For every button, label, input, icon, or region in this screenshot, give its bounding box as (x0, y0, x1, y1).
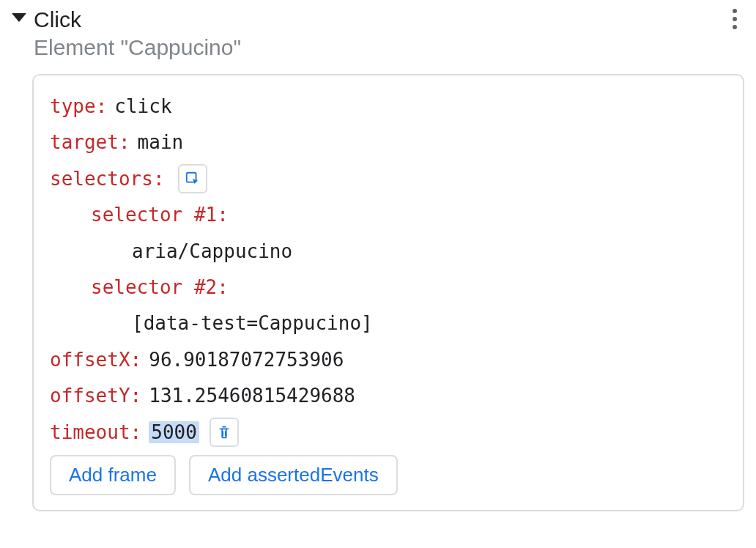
step-titles: Click Element "Cappucino" (34, 6, 241, 61)
trash-icon (216, 424, 232, 440)
step-header: Click Element "Cappucino" (12, 3, 744, 61)
field-timeout[interactable]: timeout: 5000 (50, 415, 727, 451)
field-selectors[interactable]: selectors: (50, 161, 727, 197)
disclosure-toggle[interactable] (12, 13, 26, 22)
field-value: main (138, 125, 184, 160)
add-asserted-events-button[interactable]: Add assertedEvents (189, 455, 398, 495)
field-value: 131.25460815429688 (149, 378, 355, 414)
field-value: 96.90187072753906 (149, 342, 344, 378)
field-offsety[interactable]: offsetY: 131.25460815429688 (50, 378, 727, 414)
timeout-value-highlight: 5000 (149, 421, 199, 443)
selector-2-label-row[interactable]: selector #2: (50, 270, 727, 306)
selector-value: [data-test=Cappucino] (132, 306, 373, 341)
field-key: target (50, 125, 119, 160)
step-subtitle: Element "Cappucino" (34, 34, 241, 62)
field-type[interactable]: type: click (50, 89, 727, 125)
step-overflow-menu[interactable] (725, 4, 744, 34)
step-header-left: Click Element "Cappucino" (12, 3, 241, 61)
select-element-button[interactable] (178, 164, 207, 193)
field-key: type (50, 89, 96, 125)
field-key: offsetX (50, 342, 130, 378)
delete-timeout-button[interactable] (210, 418, 239, 447)
selector-1-label-row[interactable]: selector #1: (50, 197, 727, 233)
field-key: selectors (50, 161, 153, 197)
field-key: timeout (50, 415, 130, 451)
step-details-panel: type: click target: main selectors: sele… (32, 74, 744, 511)
field-value: click (114, 89, 171, 125)
select-element-icon (185, 171, 201, 187)
step-title: Click (34, 6, 241, 34)
field-target[interactable]: target: main (50, 125, 727, 160)
selector-label: selector #2 (91, 270, 217, 306)
selector-label: selector #1 (91, 197, 217, 233)
selector-value: aria/Cappucino (132, 234, 292, 270)
step-footer-actions: Add frame Add assertedEvents (50, 455, 727, 495)
add-frame-button[interactable]: Add frame (50, 455, 176, 495)
selector-2-value-row[interactable]: [data-test=Cappucino] (50, 306, 727, 341)
field-value: 5000 (149, 415, 199, 451)
recorder-step-card: Click Element "Cappucino" type: click ta… (0, 0, 756, 517)
field-key: offsetY (50, 378, 130, 414)
selector-1-value-row[interactable]: aria/Cappucino (50, 234, 727, 270)
field-offsetx[interactable]: offsetX: 96.90187072753906 (50, 342, 727, 378)
